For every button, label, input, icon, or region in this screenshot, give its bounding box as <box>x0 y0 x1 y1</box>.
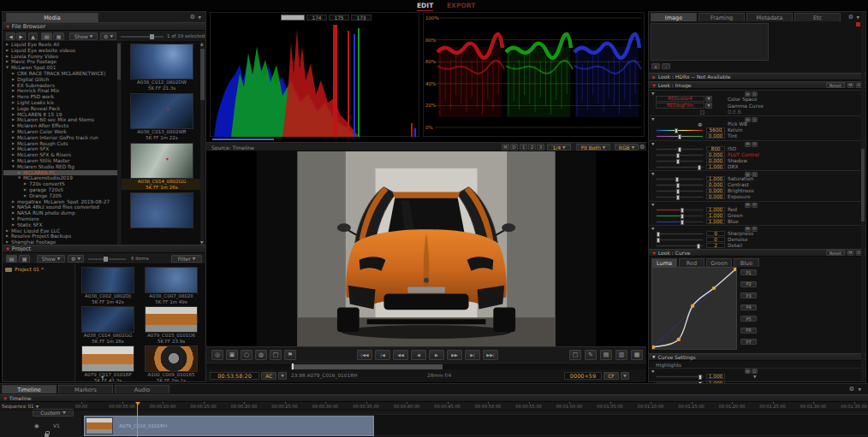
timecode-mode-button[interactable]: AC <box>261 372 276 380</box>
slider-denoise[interactable] <box>656 239 704 241</box>
curve-tab-red[interactable]: Red <box>679 258 705 267</box>
tree-item[interactable]: ▶Logo Reveal Pack <box>3 106 117 112</box>
dropdown-color-space[interactable]: REDcolor4 <box>656 96 705 102</box>
slider-handle[interactable] <box>681 220 684 225</box>
slider-handle[interactable] <box>676 189 680 194</box>
slider-handle[interactable] <box>657 238 660 243</box>
tree-item[interactable]: ▶McLaren Interior GoPro track run <box>3 135 117 141</box>
collapse-icon[interactable]: ▼ <box>6 246 9 251</box>
tree-item[interactable]: ▼Mclaren Studio RED ftg <box>3 164 117 170</box>
counter-mode-caret[interactable]: ▼ <box>621 372 629 380</box>
tab-markers[interactable]: Markers <box>58 385 113 393</box>
thumb-size-slider[interactable] <box>121 36 163 38</box>
clip-thumbnail-image[interactable]: ▾ <box>130 93 193 129</box>
mute-button[interactable]: M <box>847 83 853 88</box>
tree-item[interactable]: ▼McLaren Spot 001 <box>3 65 117 71</box>
thumbs-scrollbar-thumb[interactable] <box>200 49 205 100</box>
project-thumbnail[interactable]: A079_C015_0101O65K FF 23.9s <box>141 306 201 344</box>
tree-item[interactable]: ▶Liquid Eye website videos <box>3 48 117 54</box>
viewer-display-button[interactable]: □ <box>569 350 581 360</box>
viewer-tool-button[interactable]: □ <box>270 350 282 360</box>
slider-handle[interactable] <box>678 134 681 139</box>
tree-item[interactable]: ▶MCLAREN P1 <box>3 170 117 176</box>
slider-iso[interactable] <box>656 148 704 151</box>
tree-item[interactable]: ▶Hero PSD work <box>3 94 117 100</box>
viewer-layout-button[interactable]: 3 <box>537 144 544 151</box>
media-gear-icon[interactable]: ⚙ <box>190 14 195 21</box>
look-gear-caret-icon[interactable]: ▼ <box>857 15 859 20</box>
viewer-canvas[interactable] <box>206 151 646 346</box>
tree-item[interactable]: ▶Resolve Project Backups <box>3 233 117 239</box>
track-visibility-icon[interactable]: ◉ <box>34 422 39 429</box>
slider-tint[interactable] <box>656 135 704 138</box>
curve-tab-luma[interactable]: Luma <box>651 258 677 267</box>
slider-flut-control[interactable] <box>656 154 704 156</box>
scroll-up-icon[interactable]: ▲ <box>200 42 203 46</box>
tree-item[interactable]: ▶Mavic Pro Footage <box>3 59 117 65</box>
proj-show-dropdown[interactable]: Show▼ <box>37 255 65 263</box>
curve-editor[interactable] <box>651 267 737 350</box>
clip-thumbnail-image[interactable] <box>130 44 193 80</box>
transport-button[interactable]: ▶▶| <box>483 350 498 360</box>
look-gear-icon[interactable]: ⚙ <box>848 14 853 21</box>
timeline-playhead[interactable] <box>137 402 138 437</box>
project-thumbnail[interactable]: A038_C007_0802II5K FF 1m 49s <box>141 267 201 304</box>
panel-collapse-icon[interactable]: ▼ <box>101 375 104 380</box>
clip-thumbnail-image[interactable] <box>81 306 134 333</box>
tab-audio[interactable]: Audio <box>115 385 169 393</box>
reset-button[interactable]: Reset <box>826 82 845 88</box>
tree-item[interactable]: ▶Misc Liquid Eye LLC <box>3 228 117 234</box>
slider-detail[interactable] <box>656 245 704 247</box>
transport-button[interactable]: |◀ <box>375 350 390 360</box>
slider-contrast[interactable] <box>656 184 704 186</box>
tab-image[interactable]: Image <box>651 13 697 21</box>
tree-item[interactable]: ▶McLaren Stills Master <box>3 158 117 164</box>
collapse-icon[interactable]: ▼ <box>6 24 9 29</box>
collapse-icon[interactable]: ▼ <box>3 396 7 401</box>
curve-tab-blue[interactable]: Blue <box>734 258 759 267</box>
collapse-icon[interactable]: ▼ <box>652 251 656 256</box>
look-scrollbar[interactable] <box>861 12 865 381</box>
slider-sharpness[interactable] <box>656 233 704 235</box>
curve-point-button-p7[interactable]: P7 <box>740 339 757 345</box>
tree-item[interactable]: ▶CRK RACE TRACK MCLAREN(TWICE) <box>3 71 117 77</box>
clip-thumbnail-image[interactable] <box>145 306 198 333</box>
tree-item[interactable]: ▶NASA RUN photo dump <box>3 210 117 216</box>
panel-collapse-icon[interactable]: ▼ <box>753 375 756 379</box>
browser-thumbnail[interactable] <box>122 192 200 228</box>
proj-thumb-size-handle[interactable] <box>104 257 108 262</box>
tab-timeline[interactable]: Timeline <box>2 385 56 393</box>
tree-item[interactable]: ▶McLaren Rough Cuts <box>3 141 117 147</box>
slider-handle[interactable] <box>675 128 678 133</box>
slider-exposure[interactable] <box>656 196 704 198</box>
counter-mode-button[interactable]: CF <box>603 372 619 380</box>
timeline-gear-caret-icon[interactable]: ▼ <box>859 387 861 392</box>
slider-handle[interactable] <box>681 208 684 213</box>
curve-control-point[interactable] <box>712 286 716 290</box>
proj-thumb-size-slider[interactable] <box>88 258 126 260</box>
tree-item[interactable]: ▶EX Submasters <box>3 83 117 89</box>
slider-handle[interactable] <box>676 159 680 164</box>
curve-point-button-p6[interactable]: P6 <box>740 328 757 334</box>
viewer-display-button[interactable]: ✎ <box>585 350 597 360</box>
timeline-ruler[interactable]: 00:0000:00:05:0000:00:10:0000:00:15:0000… <box>0 402 868 410</box>
channel-dropdown[interactable]: RGB▼ <box>615 144 639 151</box>
browser-thumbnail[interactable]: ▾A038_C013_0802WR5K FF 1m 22s <box>122 93 200 140</box>
tree-item[interactable]: ▶Light Leaks kis <box>3 100 117 106</box>
scrub-bar[interactable] <box>206 363 646 369</box>
thumbs-scrollbar[interactable]: ▲ ▼ <box>200 42 205 245</box>
curve-control-point[interactable] <box>677 338 681 341</box>
tree-item[interactable]: ▶Orange 720S <box>3 193 117 199</box>
track-lock-icon[interactable] <box>45 434 49 437</box>
curve-mute-button[interactable]: M <box>847 251 853 256</box>
slider-green[interactable] <box>656 215 704 217</box>
viewer-tool-button[interactable]: ◎ <box>211 350 223 360</box>
timecode-mode-caret[interactable]: ▼ <box>278 372 287 380</box>
hdrx-section-header[interactable]: ▶ Look : HDRx -- Not Available <box>649 73 865 80</box>
view-thumbs-button[interactable]: ▦ <box>53 32 64 40</box>
fit-dropdown[interactable]: Fit Both▼ <box>576 144 610 151</box>
browser-thumbnail[interactable]: ▾A038_C014_0802GG5K FF 1m 26s <box>122 143 200 190</box>
proj-gear-button[interactable]: ⚙▼ <box>68 255 84 263</box>
clip-thumbnail-image[interactable] <box>145 267 198 293</box>
viewer-layout-button[interactable]: 1 <box>520 144 527 151</box>
